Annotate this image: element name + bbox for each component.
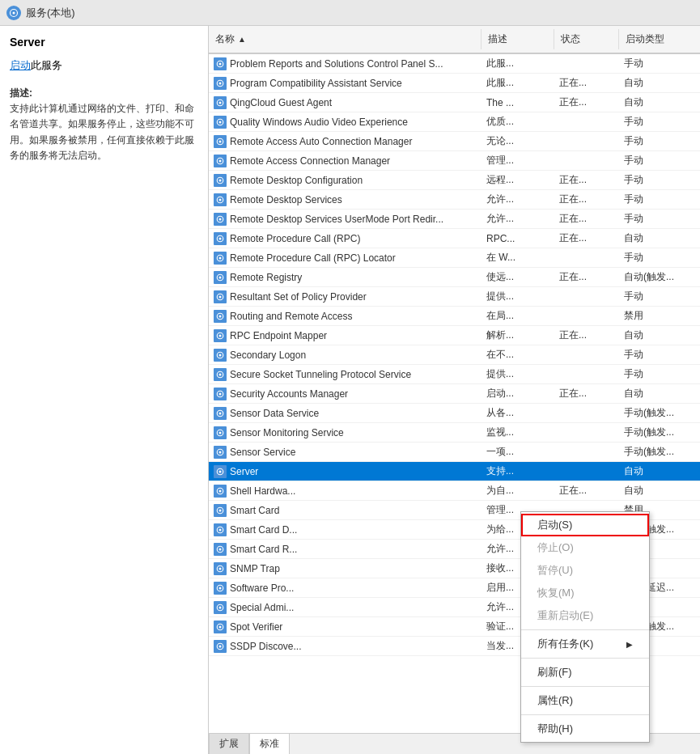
context-menu-item[interactable]: 属性(R) <box>521 689 649 712</box>
service-name-cell: Shell Hardwa... <box>209 482 482 500</box>
service-row[interactable]: Quality Windows Audio Video Experience优质… <box>209 112 700 132</box>
service-desc-cell: 提供... <box>482 365 554 383</box>
service-row[interactable]: Sensor Data Service从各...手动(触发... <box>209 404 700 423</box>
service-desc-cell: 从各... <box>482 404 554 422</box>
svg-point-33 <box>219 354 222 356</box>
app-icon <box>6 6 21 20</box>
col-desc[interactable]: 描述 <box>482 29 554 49</box>
service-status-cell <box>554 139 619 144</box>
context-menu-separator <box>521 658 649 659</box>
service-startup-cell: 手动 <box>619 190 700 209</box>
service-startup-cell: 手动 <box>619 248 700 267</box>
start-link[interactable]: 启动 <box>10 59 31 71</box>
service-startup-cell: 手动(触发... <box>619 423 700 442</box>
col-name[interactable]: 名称 ▲ <box>209 29 482 49</box>
service-row[interactable]: Sensor Service一项...手动(触发... <box>209 443 700 462</box>
service-desc-cell: 为自... <box>482 481 554 500</box>
service-status-cell <box>554 450 619 455</box>
service-row[interactable]: Sensor Monitoring Service监视...手动(触发... <box>209 423 700 443</box>
service-row[interactable]: Shell Hardwa...为自...正在...自动 <box>209 481 700 501</box>
service-row[interactable]: QingCloud Guest AgentThe ...正在...自动 <box>209 93 700 112</box>
svg-point-7 <box>219 101 222 104</box>
svg-point-35 <box>219 373 222 375</box>
service-startup-cell: 手动 <box>619 54 700 73</box>
service-startup-cell: 自动(触发... <box>619 268 700 286</box>
service-row[interactable]: Resultant Set of Policy Provider提供...手动 <box>209 287 700 307</box>
service-row[interactable]: Remote Procedure Call (RPC)RPC...正在...自动 <box>209 229 700 248</box>
service-icon <box>214 582 227 595</box>
context-menu-separator <box>521 629 649 630</box>
service-desc-cell: 此服... <box>482 54 554 73</box>
service-status-cell <box>554 314 619 319</box>
service-name-cell: Routing and Remote Access <box>209 307 482 325</box>
service-name-cell: Remote Desktop Services UserMode Port Re… <box>209 210 482 228</box>
col-status[interactable]: 状态 <box>554 29 619 49</box>
service-desc-cell: 在局... <box>482 307 554 325</box>
service-startup-cell: 自动 <box>619 326 700 345</box>
service-desc-cell: 提供... <box>482 287 554 306</box>
service-name-cell: Sensor Service <box>209 443 482 461</box>
service-icon <box>214 96 227 109</box>
service-row[interactable]: Security Accounts Manager启动...正在...自动 <box>209 384 700 404</box>
service-row[interactable]: Remote Desktop Services允许...正在...手动 <box>209 190 700 210</box>
service-row[interactable]: Remote Access Connection Manager管理...手动 <box>209 151 700 171</box>
col-startup[interactable]: 启动类型 <box>619 29 700 49</box>
context-menu-item[interactable]: 所有任务(K)▶ <box>521 633 649 655</box>
context-menu-item[interactable]: 帮助(H) <box>521 718 649 740</box>
service-row[interactable]: Secondary Logon在不...手动 <box>209 345 700 365</box>
service-name-cell: Server <box>209 463 482 481</box>
tab-standard[interactable]: 标准 <box>249 733 290 754</box>
start-service-action[interactable]: 启动此服务 <box>10 58 198 73</box>
service-row[interactable]: Remote Desktop Services UserMode Port Re… <box>209 210 700 229</box>
service-status-cell <box>554 469 619 474</box>
svg-point-19 <box>219 218 222 220</box>
service-name-cell: Remote Access Connection Manager <box>209 152 482 170</box>
service-startup-cell: 禁用 <box>619 307 700 325</box>
service-icon <box>214 543 227 556</box>
service-row[interactable]: Problem Reports and Solutions Control Pa… <box>209 54 700 74</box>
service-row[interactable]: Secure Socket Tunneling Protocol Service… <box>209 365 700 384</box>
service-row[interactable]: Server支持...自动 <box>209 462 700 481</box>
svg-point-23 <box>219 256 222 259</box>
main-container: Server 启动此服务 描述: 支持此计算机通过网络的文件、打印、和命名管道共… <box>0 26 700 754</box>
service-desc-cell: 优质... <box>482 112 554 131</box>
service-startup-cell: 自动 <box>619 481 700 500</box>
service-name-cell: SSDP Discove... <box>209 638 482 655</box>
service-row[interactable]: Program Compatibility Assistant Service此… <box>209 74 700 93</box>
service-row[interactable]: Remote Registry使远...正在...自动(触发... <box>209 268 700 287</box>
service-name-cell: Smart Card R... <box>209 540 482 558</box>
service-desc-cell: 监视... <box>482 423 554 442</box>
service-row[interactable]: Remote Access Auto Connection Manager无论.… <box>209 132 700 151</box>
svg-point-29 <box>219 315 222 317</box>
svg-point-9 <box>219 121 222 123</box>
svg-point-11 <box>219 140 222 142</box>
context-menu-item[interactable]: 刷新(F) <box>521 661 649 684</box>
tab-expand[interactable]: 扩展 <box>209 733 249 754</box>
service-desc-cell: 一项... <box>482 443 554 461</box>
context-menu-separator <box>521 714 649 715</box>
service-startup-cell: 手动(触发... <box>619 404 700 422</box>
service-row[interactable]: RPC Endpoint Mapper解析...正在...自动 <box>209 326 700 345</box>
service-icon <box>214 349 227 362</box>
service-status-cell <box>554 159 619 163</box>
context-menu-item[interactable]: 启动(S) <box>521 514 649 536</box>
service-icon <box>214 193 227 206</box>
service-status-cell: 正在... <box>554 190 619 209</box>
service-desc-cell: 启动... <box>482 384 554 403</box>
service-status-cell: 正在... <box>554 229 619 248</box>
svg-point-37 <box>219 392 222 395</box>
service-startup-cell: 手动 <box>619 112 700 131</box>
svg-point-43 <box>219 451 222 453</box>
service-desc-cell: 允许... <box>482 190 554 209</box>
service-name-cell: Remote Desktop Configuration <box>209 172 482 189</box>
service-icon <box>214 77 227 90</box>
svg-point-45 <box>219 470 222 472</box>
service-name-cell: Software Pro... <box>209 579 482 597</box>
service-startup-cell: 手动 <box>619 151 700 170</box>
service-icon <box>214 135 227 148</box>
service-name-cell: Sensor Monitoring Service <box>209 424 482 442</box>
service-row[interactable]: Routing and Remote Access在局...禁用 <box>209 307 700 326</box>
service-row[interactable]: Remote Desktop Configuration远程...正在...手动 <box>209 171 700 190</box>
service-row[interactable]: Remote Procedure Call (RPC) Locator在 W..… <box>209 248 700 268</box>
service-name-cell: Remote Desktop Services <box>209 191 482 209</box>
